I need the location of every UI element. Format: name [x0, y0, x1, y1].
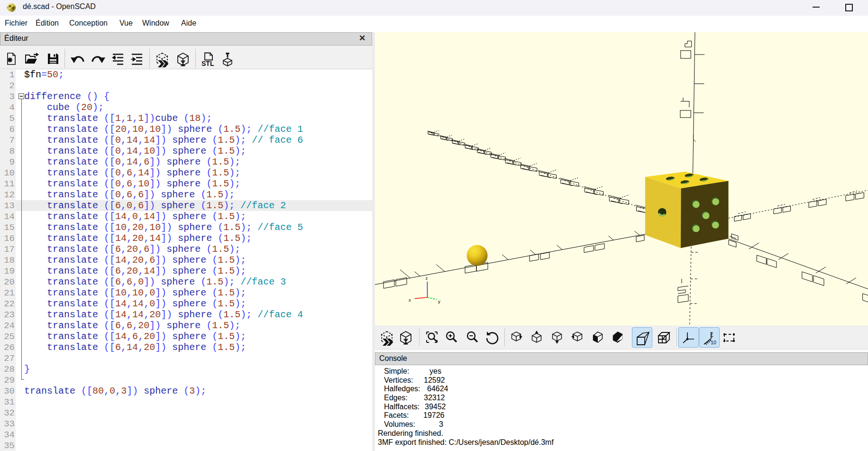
- svg-text:10: 10: [711, 340, 716, 345]
- svg-text:x: x: [409, 297, 411, 303]
- svg-text:y: y: [438, 299, 440, 304]
- svg-text:z: z: [426, 276, 428, 281]
- svg-text:STL: STL: [201, 60, 214, 66]
